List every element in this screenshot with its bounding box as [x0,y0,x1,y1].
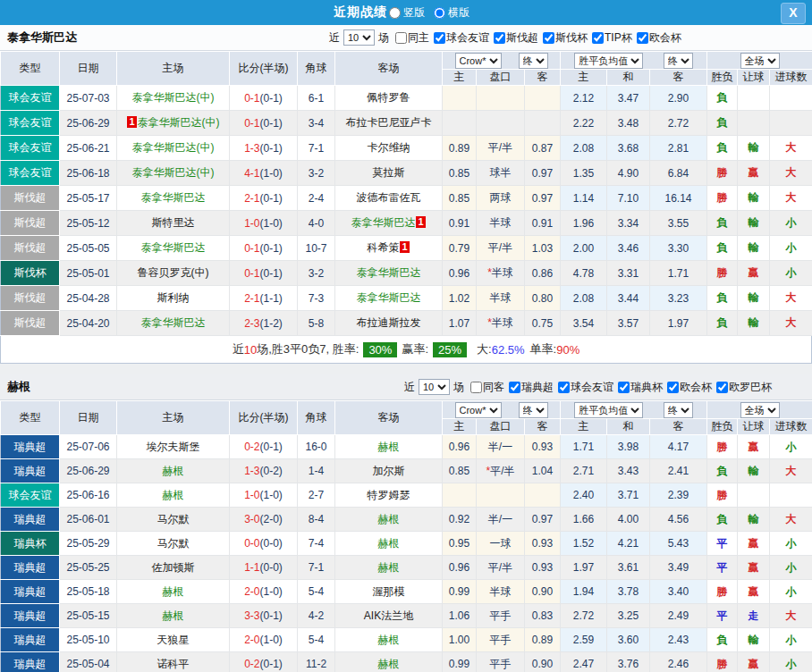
col-away: 客场 [335,52,443,86]
games-count-select[interactable]: 10 [343,29,375,46]
handicap-cell: 半/一 [477,435,525,459]
mean-home-odds: 2.71 [561,459,607,483]
subcol-crow-away: 客 [525,419,561,435]
bookmaker-select[interactable]: Crow* [455,402,502,418]
horizontal-radio[interactable] [434,7,445,19]
halftime-score: (1-2) [260,317,283,330]
league-filter[interactable]: 欧会杯 [632,30,681,46]
red-card-badge: 1 [127,116,136,128]
league-checkbox[interactable] [637,32,648,44]
league-checkbox[interactable] [716,382,728,393]
fulltime-score: 0-0 [244,537,259,550]
col-score: 比分(半场) [230,401,298,435]
date-cell: 25-04-28 [60,286,117,311]
league-filter[interactable]: 斯伐杯 [538,30,588,46]
league-filter[interactable]: 瑞典超 [504,380,554,395]
handicap-result-cell: 輸 [738,211,770,236]
same-side-checkbox[interactable] [470,382,482,393]
mean-home-odds: 2.08 [561,136,607,161]
same-side-checkbox[interactable] [395,32,407,44]
away-team-cell: 赫根 [335,435,443,459]
halftime-score: (0-1) [260,192,283,205]
col-home: 主场 [117,52,230,86]
league-filter[interactable]: TIP杯 [588,30,632,46]
home-team-name: 泰拿华斯巴达(中) [138,116,220,129]
home-team-name: 马尔默 [157,537,190,550]
mean-away-odds: 5.43 [650,532,707,556]
col-corner: 角球 [298,401,335,435]
away-team-cell: 佩特罗鲁 [335,86,443,111]
date-cell: 25-06-16 [60,483,117,508]
league-filter[interactable]: 球会友谊 [554,380,613,395]
final-odds-select[interactable]: 终 [519,402,548,418]
crow-home-odds: 0.95 [443,532,477,556]
league-filter[interactable]: 斯伐超 [489,30,538,46]
subcol-crow-away: 客 [525,70,561,86]
league-filter[interactable]: 瑞典杯 [613,380,663,395]
result-cell: 負 [707,236,738,261]
handicap-result-cell: 贏 [738,580,770,604]
home-team-name: 赫根 [163,609,184,622]
goals-cell: 大 [770,459,812,483]
league-checkbox[interactable] [592,32,604,44]
fulltime-score: 0-1 [244,267,259,280]
crow-away-odds: 0.90 [525,652,561,672]
mean-odds-select[interactable]: 胜平负均值 [574,402,643,418]
handicap-value: 平/半 [488,561,512,574]
handicap-result-cell: 輸 [738,459,770,483]
layout-horizontal-option[interactable]: 横版 [434,5,469,21]
handicap-result-cell: 贏 [738,556,770,580]
halftime-score: (0-2) [260,465,283,477]
final-odds-select-2[interactable]: 终 [664,402,693,418]
final-odds-select[interactable]: 终 [519,53,548,69]
league-checkbox[interactable] [667,382,679,393]
final-odds-select-2[interactable]: 终 [664,53,693,69]
away-team-name: 特罗姆瑟 [368,489,410,501]
league-checkbox[interactable] [558,382,570,393]
score-cell: 0-2(0-1) [230,435,298,459]
result-cell: 平 [707,604,738,628]
league-filter[interactable]: 球会友谊 [429,30,489,46]
close-button[interactable]: X [781,3,806,24]
crow-home-odds: 1.00 [443,628,477,652]
section-divider [0,364,812,374]
league-checkbox[interactable] [543,32,554,44]
home-team-name: 斯特里达 [152,216,195,229]
league-checkbox[interactable] [494,32,505,44]
near-label: 近 [404,380,415,395]
corner-cell: 11-2 [298,652,335,672]
match-type-cell: 瑞典超 [1,604,60,628]
mean-away-odds: 2.72 [650,111,707,136]
games-count-select[interactable]: 10 [419,379,450,395]
league-filter[interactable]: 欧罗巴杯 [712,380,772,395]
scope-select[interactable]: 全场 [740,53,780,69]
league-filter[interactable]: 欧会杯 [663,380,712,395]
league-checkbox[interactable] [618,382,630,393]
date-cell: 25-05-18 [60,580,117,604]
red-card-badge: 1 [400,241,409,253]
mean-odds-select[interactable]: 胜平负均值 [574,53,643,69]
corner-cell: 8-4 [298,508,335,532]
match-type-cell: 斯伐超 [1,286,60,311]
score-cell: 0-1(0-1) [230,261,298,286]
vertical-radio[interactable] [389,7,401,19]
crow-away-odds: 0.83 [525,604,561,628]
scope-select[interactable]: 全场 [740,402,780,418]
league-checkbox[interactable] [434,32,445,44]
halftime-score: (1-0) [260,489,283,501]
layout-vertical-option[interactable]: 竖版 [389,5,425,21]
mean-draw-odds: 3.78 [607,580,650,604]
mean-away-odds: 2.41 [650,459,707,483]
match-row: 斯伐杯25-05-01鲁容贝罗克(中)0-1(0-1)3-2泰拿华斯巴达0.96… [1,261,812,286]
subcol-handicap-result: 让球 [738,70,770,86]
same-side-filter[interactable]: 同主 [389,30,429,46]
league-checkbox[interactable] [509,382,520,393]
halftime-score: (0-1) [260,609,283,622]
bookmaker-select[interactable]: Crow* [455,53,502,69]
handicap-cell: *半球 [477,311,525,336]
home-team-name: 佐加顿斯 [152,561,195,574]
col-corner: 角球 [298,52,335,86]
mean-home-odds: 1.71 [561,435,607,459]
same-side-filter[interactable]: 同客 [464,380,504,395]
away-team-name: 佩特罗鲁 [368,91,410,104]
